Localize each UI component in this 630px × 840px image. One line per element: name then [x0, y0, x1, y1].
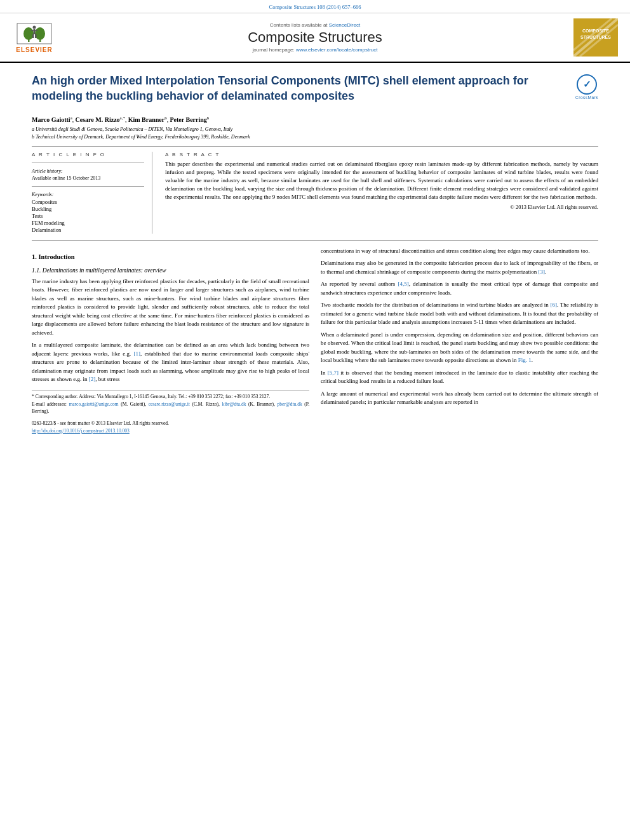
right-para2: Delaminations may also be generated in t… — [321, 259, 598, 276]
authors-line: Marco Gaiottia, Cesare M. Rizzoa,*, Kim … — [32, 116, 598, 123]
body-right-col: concentrations in way of structural disc… — [321, 247, 598, 434]
keywords-list: Composites Buckling Tests FEM modeling D… — [32, 199, 144, 233]
page: Composite Structures 108 (2014) 657–666 — [0, 0, 630, 840]
email-values: marco.gaiotti@unige.com (M. Gaiotti), ce… — [32, 401, 309, 414]
intro-heading: 1. Introduction — [32, 252, 309, 262]
bottom-footer: 0263-8223/$ - see front matter © 2013 El… — [32, 420, 309, 427]
body-left-col: 1. Introduction 1.1. Delaminations in mu… — [32, 247, 309, 434]
journal-logo-right: COMPOSITE STRUCTURES — [570, 18, 621, 57]
separator — [32, 146, 598, 147]
elsevier-wordmark: ELSEVIER — [16, 46, 52, 53]
svg-rect-11 — [35, 34, 37, 38]
right-para4: Two stochastic models for the distributi… — [321, 301, 598, 327]
email-berring[interactable]: pber@dtu.dk — [278, 401, 302, 407]
right-para3: As reported by several authors [4,5], de… — [321, 280, 598, 297]
right-para6: In [5,7] it is observed that the bending… — [321, 369, 598, 386]
body-columns: 1. Introduction 1.1. Delaminations in mu… — [32, 247, 598, 434]
journal-reference: Composite Structures 108 (2014) 657–666 — [269, 4, 361, 10]
sciencedirect-line: Contents lists available at ScienceDirec… — [66, 22, 564, 28]
author-berring: Peter Berring — [170, 116, 206, 123]
author-branner: Kim Branner — [128, 116, 165, 123]
keyword-delamination: Delamination — [32, 227, 144, 233]
svg-text:COMPOSITE: COMPOSITE — [582, 29, 609, 33]
journal-title: Composite Structures — [66, 29, 564, 46]
svg-text:STRUCTURES: STRUCTURES — [580, 35, 611, 39]
journal-logo-box: COMPOSITE STRUCTURES — [573, 18, 618, 57]
crossmark-badge: ✓ CrossMark — [575, 74, 598, 100]
keyword-tests: Tests — [32, 213, 144, 219]
sciencedirect-link[interactable]: ScienceDirect — [329, 22, 360, 28]
email-rizzo[interactable]: cesare.rizzo@unige.it — [149, 401, 190, 407]
keyword-buckling: Buckling — [32, 206, 144, 212]
ref2-link[interactable]: [2] — [89, 376, 96, 382]
abstract-label: A B S T R A C T — [165, 152, 598, 157]
email-gaiotti[interactable]: marco.gaiotti@unige.com — [69, 401, 118, 407]
author-rizzo: Cesare M. Rizzo — [76, 116, 120, 123]
info-separator — [32, 163, 144, 163]
journal-homepage-link[interactable]: www.elsevier.com/locate/compstruct — [296, 47, 378, 53]
doi-text: http://dx.doi.org/10.1016/j.compstruct.2… — [32, 427, 309, 434]
affiliation-b: b Technical University of Denmark, Depar… — [32, 133, 598, 141]
intro-para1: The marine industry has been applying fi… — [32, 277, 309, 338]
doi-link[interactable]: http://dx.doi.org/10.1016/j.compstruct.2… — [32, 428, 130, 434]
ref45-link[interactable]: [4,5] — [398, 281, 408, 287]
abstract-text: This paper describes the experimental an… — [165, 160, 598, 201]
journal-homepage: journal homepage: www.elsevier.com/locat… — [66, 47, 564, 53]
keyword-fem: FEM modeling — [32, 220, 144, 226]
keywords-label: Keywords: — [32, 192, 144, 197]
svg-rect-8 — [31, 30, 35, 31]
history-value: Available online 15 October 2013 — [32, 175, 144, 181]
right-para5: When a delaminated panel is under compre… — [321, 331, 598, 365]
right-para1: concentrations in way of structural disc… — [321, 247, 598, 256]
article-info-column: A R T I C L E I N F O Article history: A… — [32, 152, 152, 234]
svg-rect-5 — [39, 39, 41, 42]
footnote-emails: E-mail addresses: marco.gaiotti@unige.co… — [32, 401, 309, 415]
intro-sub-heading: 1.1. Delaminations in multilayered lamin… — [32, 266, 309, 275]
ref3-link[interactable]: [3] — [538, 269, 545, 275]
affiliation-a: a Università degli Studi di Genova, Scuo… — [32, 126, 598, 133]
email-label: E-mail addresses: — [32, 401, 67, 407]
email-branner[interactable]: kibr@dtu.dk — [222, 401, 246, 407]
svg-rect-4 — [28, 39, 30, 42]
svg-rect-10 — [32, 34, 34, 38]
keywords-separator — [32, 186, 144, 187]
footnotes: * Corresponding author. Address: Via Mon… — [32, 390, 309, 415]
right-para7: A large amount of numerical and experime… — [321, 390, 598, 407]
author-gaiotti: Marco Gaiotti — [32, 116, 70, 123]
issn-text: 0263-8223/$ - see front matter © 2013 El… — [32, 420, 169, 427]
copyright: © 2013 Elsevier Ltd. All rights reserved… — [165, 204, 598, 210]
fig1-link[interactable]: Fig. 1 — [518, 357, 532, 363]
journal-center-info: Contents lists available at ScienceDirec… — [60, 22, 570, 53]
ref1-link[interactable]: [1] — [134, 350, 141, 357]
article-info-label: A R T I C L E I N F O — [32, 152, 144, 157]
elsevier-logo: ELSEVIER — [9, 22, 60, 53]
keyword-composites: Composites — [32, 199, 144, 205]
journal-header: ELSEVIER Contents lists available at Sci… — [0, 13, 630, 63]
article-title: An high order Mixed Interpolation Tensor… — [32, 73, 568, 104]
svg-rect-9 — [34, 30, 38, 31]
elsevier-tree-icon — [16, 22, 53, 45]
body-separator — [32, 240, 598, 241]
history-label: Article history: — [32, 168, 144, 174]
svg-point-2 — [23, 27, 34, 40]
intro-para2: In a multilayered composite laminate, th… — [32, 341, 309, 384]
article-content: An high order Mixed Interpolation Tensor… — [0, 63, 630, 444]
article-info-abstract: A R T I C L E I N F O Article history: A… — [32, 152, 598, 234]
abstract-column: A B S T R A C T This paper describes the… — [165, 152, 598, 234]
ref6-link[interactable]: [6] — [550, 302, 557, 308]
svg-point-6 — [33, 25, 36, 29]
journal-logo-svg: COMPOSITE STRUCTURES — [573, 18, 618, 57]
footnote-corresponding: * Corresponding author. Address: Via Mon… — [32, 394, 309, 401]
journal-reference-bar: Composite Structures 108 (2014) 657–666 — [0, 0, 630, 13]
affiliations: a Università degli Studi di Genova, Scuo… — [32, 126, 598, 141]
ref57-link[interactable]: [5,7] — [328, 370, 338, 376]
